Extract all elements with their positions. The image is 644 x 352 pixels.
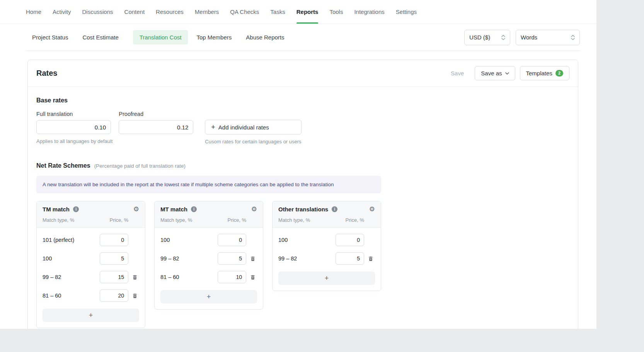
price-input[interactable] — [100, 271, 128, 283]
trash-icon — [132, 274, 138, 280]
gear-icon[interactable]: ⚙ — [133, 206, 139, 213]
delete-row-button[interactable] — [131, 292, 138, 299]
match-range-label: 99 – 82 — [43, 274, 100, 280]
table-row: 99 – 82 — [278, 249, 375, 268]
delete-row-button[interactable] — [131, 274, 138, 281]
table-row: 99 – 82 — [43, 268, 139, 286]
individual-rates-hint: Cusom rates for certain languages or use… — [205, 139, 301, 145]
match-type-column-header: Match type, % — [278, 217, 310, 223]
nav-item-activity[interactable]: Activity — [53, 0, 71, 24]
rates-card-header: Rates Save Save as Templates 2 — [28, 60, 578, 87]
page: Home Activity Discussions Content Resour… — [0, 0, 596, 329]
save-button[interactable]: Save — [445, 66, 470, 80]
nav-item-resources[interactable]: Resources — [156, 0, 184, 24]
nav-item-tasks[interactable]: Tasks — [270, 0, 285, 24]
scheme-rows: 100 99 – 82 81 – 60 — [155, 228, 263, 286]
net-rate-schemes-heading-row: Net Rate Schemes (Percentage paid of ful… — [36, 162, 569, 169]
nav-item-discussions[interactable]: Discussions — [82, 0, 113, 24]
scheme-card-tm-match: TM match i ⚙ Match type, % Price, % — [36, 201, 145, 328]
nav-item-content[interactable]: Content — [124, 0, 145, 24]
delete-row-button[interactable] — [249, 274, 256, 281]
delete-row-button[interactable] — [367, 255, 374, 262]
match-range-label: 100 — [160, 237, 218, 243]
individual-rates-col: + Add individual rates Cusom rates for c… — [205, 111, 301, 145]
table-row: 100 — [278, 231, 375, 249]
tab-cost-estimate[interactable]: Cost Estimate — [82, 34, 118, 41]
match-type-column-header: Match type, % — [160, 217, 192, 223]
table-row: 99 – 82 — [160, 249, 257, 268]
page-title: Rates — [36, 69, 57, 78]
nav-item-home[interactable]: Home — [26, 0, 41, 24]
nav-item-members[interactable]: Members — [195, 0, 219, 24]
nav-item-qa-checks[interactable]: QA Checks — [230, 0, 259, 24]
add-individual-rates-label: Add individual rates — [218, 124, 269, 131]
match-range-label: 81 – 60 — [160, 274, 218, 280]
tab-translation-cost[interactable]: Translation Cost — [133, 30, 188, 44]
info-icon[interactable]: i — [332, 206, 337, 212]
full-translation-label: Full translation — [36, 111, 112, 117]
chevron-down-icon — [505, 72, 509, 75]
reports-subnav: Project Status Cost Estimate Translation… — [26, 24, 580, 51]
proofread-input[interactable] — [119, 120, 193, 134]
trash-icon — [368, 256, 373, 262]
table-row: 81 – 60 — [43, 286, 139, 305]
price-input[interactable] — [100, 289, 128, 302]
full-translation-field: Full translation Applies to all language… — [36, 111, 112, 144]
gear-icon[interactable]: ⚙ — [251, 206, 257, 213]
templates-button[interactable]: Templates 2 — [520, 66, 570, 80]
price-input[interactable] — [100, 252, 128, 265]
rates-card-body: Base rates Full translation Applies to a… — [28, 87, 578, 329]
net-rate-schemes-section: Net Rate Schemes (Percentage paid of ful… — [36, 162, 569, 328]
price-input[interactable] — [336, 252, 364, 265]
tab-top-members[interactable]: Top Members — [196, 34, 232, 41]
table-row: 81 – 60 — [160, 268, 257, 286]
info-icon[interactable]: i — [191, 206, 197, 212]
nav-item-integrations[interactable]: Integrations — [354, 0, 384, 24]
table-row: 101 (perfect) — [43, 231, 139, 249]
info-icon[interactable]: i — [73, 206, 79, 212]
base-rates-hint: Applies to all languages by default — [36, 138, 112, 144]
delete-row-button[interactable] — [249, 255, 256, 262]
price-input[interactable] — [218, 271, 246, 283]
templates-count-badge: 2 — [555, 70, 563, 77]
table-row: 100 — [160, 231, 257, 249]
price-input[interactable] — [100, 234, 128, 246]
scheme-rows: 101 (perfect) 100 99 – 82 — [37, 228, 145, 305]
table-row: 100 — [43, 249, 139, 268]
scheme-card-mt-match: MT match i ⚙ Match type, % Price, % — [154, 201, 263, 309]
save-as-button-label: Save as — [481, 70, 502, 77]
unit-select[interactable]: Words — [516, 30, 580, 45]
net-rate-schemes-subheading: (Percentage paid of full translation rat… — [94, 163, 186, 169]
match-range-label: 99 – 82 — [160, 255, 218, 262]
nav-item-tools[interactable]: Tools — [329, 0, 343, 24]
save-as-button[interactable]: Save as — [475, 66, 515, 80]
tab-abuse-reports[interactable]: Abuse Reports — [246, 34, 284, 41]
match-range-label: 100 — [278, 237, 336, 243]
tab-project-status[interactable]: Project Status — [32, 34, 68, 41]
gear-icon[interactable]: ⚙ — [369, 206, 375, 213]
scheme-header: TM match i ⚙ Match type, % Price, % — [37, 201, 145, 228]
scheme-cards: TM match i ⚙ Match type, % Price, % — [36, 201, 569, 328]
nav-item-reports[interactable]: Reports — [296, 0, 319, 24]
currency-select[interactable]: USD ($) — [464, 30, 510, 45]
price-input[interactable] — [218, 234, 246, 246]
select-updown-icon — [501, 35, 505, 40]
top-navigation: Home Activity Discussions Content Resour… — [0, 0, 596, 24]
match-range-label: 101 (perfect) — [43, 237, 100, 243]
scheme-header: MT match i ⚙ Match type, % Price, % — [155, 201, 263, 228]
price-input[interactable] — [218, 252, 246, 265]
add-individual-rates-button[interactable]: + Add individual rates — [205, 120, 301, 134]
base-rates-fields: Full translation Applies to all language… — [36, 111, 569, 145]
full-translation-input[interactable] — [36, 120, 111, 134]
trash-icon — [132, 293, 138, 299]
report-filters: USD ($) Words — [464, 30, 580, 45]
nav-item-settings[interactable]: Settings — [396, 0, 417, 24]
add-row-button[interactable]: + — [43, 309, 139, 322]
currency-select-value: USD ($) — [469, 34, 490, 41]
add-row-button[interactable]: + — [160, 290, 257, 303]
trash-icon — [250, 256, 256, 262]
trash-icon — [250, 274, 256, 280]
price-input[interactable] — [336, 234, 364, 246]
add-row-button[interactable]: + — [278, 272, 375, 285]
price-column-header: Price, % — [346, 217, 364, 223]
